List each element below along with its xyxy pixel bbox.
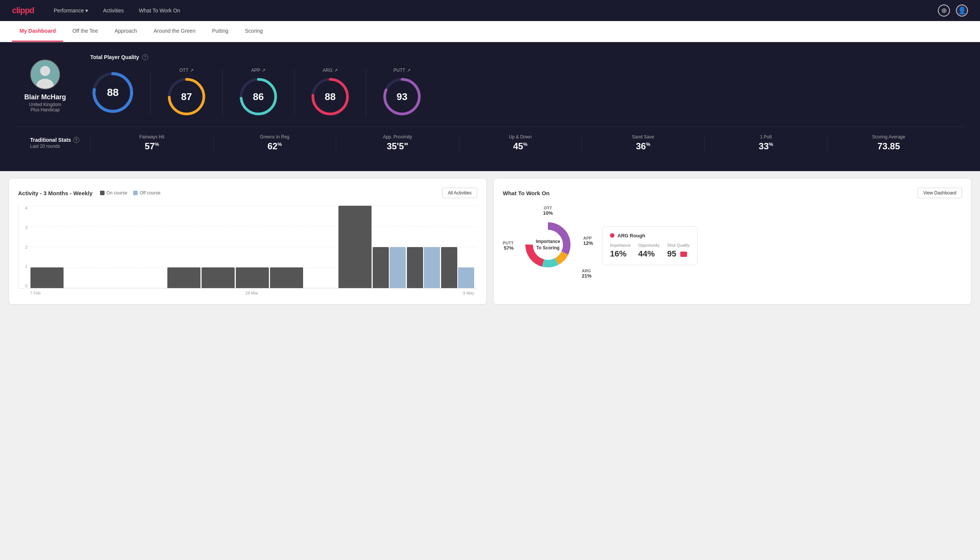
logo: clippd xyxy=(12,6,34,15)
wtwo-body: PUTT 57% OTT 10% APP 12% ARG xyxy=(503,204,962,287)
bar-group xyxy=(133,206,166,288)
donut-chart-wrap: PUTT 57% OTT 10% APP 12% ARG xyxy=(503,204,593,287)
chart-header: Activity - 3 Months - Weekly On course O… xyxy=(18,188,477,198)
all-activities-button[interactable]: All Activities xyxy=(442,188,477,198)
arg-opportunity-metric: Opportunity 44% xyxy=(638,243,660,259)
bar-group xyxy=(407,206,440,288)
putt-label: PUTT 57% xyxy=(503,241,514,251)
tab-putting[interactable]: Putting xyxy=(205,21,236,42)
tab-off-the-tee[interactable]: Off the Tee xyxy=(65,21,105,42)
arrow-up-icon: ↗ xyxy=(190,68,194,73)
what-to-work-on-card: What To Work On View Dashboard PUTT 57% … xyxy=(494,178,971,304)
stat-sand-save: Sand Save 36% xyxy=(581,134,704,152)
tpq-main-score: 88 xyxy=(90,70,151,115)
arg-indicator-dot xyxy=(610,233,614,238)
stat-1-putt: 1 Putt 33% xyxy=(704,134,827,152)
arg-shot-quality-metric: Shot Quality 95 xyxy=(667,243,690,259)
bar-on-course xyxy=(338,206,371,288)
stats-row: Traditional Stats ? Last 20 rounds Fairw… xyxy=(15,127,965,159)
score-app: APP ↗ 86 xyxy=(223,68,294,117)
wtwo-title: What To Work On xyxy=(503,190,549,196)
bar-group xyxy=(65,206,98,288)
help-icon[interactable]: ? xyxy=(142,54,148,60)
svg-text:Importance: Importance xyxy=(536,239,560,244)
stat-scoring-average: Scoring Average 73.85 xyxy=(827,134,950,152)
bar-group xyxy=(167,206,200,288)
arrow-up-icon: ↗ xyxy=(334,68,338,73)
bar-off-course xyxy=(424,247,440,288)
chart-legend: On course Off course xyxy=(100,190,161,195)
nav-right: ⊕ 👤 xyxy=(938,5,968,17)
arrow-up-icon: ↗ xyxy=(407,68,411,73)
nav-activities[interactable]: Activities xyxy=(101,2,125,20)
bar-on-course xyxy=(407,247,423,288)
app-value: 86 xyxy=(253,91,264,103)
stat-app-proximity: App. Proximity 35'5" xyxy=(336,134,459,152)
chevron-down-icon: ▾ xyxy=(85,8,88,13)
bottom-section: Activity - 3 Months - Weekly On course O… xyxy=(0,171,980,312)
x-labels: 7 Feb 28 Mar 9 May xyxy=(18,288,477,295)
scores-row: 88 OTT ↗ 87 xyxy=(90,68,965,117)
bars-container xyxy=(30,206,474,288)
player-info: Blair McHarg United Kingdom Plus Handica… xyxy=(15,59,75,112)
bar-group xyxy=(99,206,132,288)
arg-label: ARG 21% xyxy=(582,268,592,279)
nav-what-to-work-on[interactable]: What To Work On xyxy=(137,2,181,20)
stat-fairways-hit: Fairways Hit 57% xyxy=(90,134,213,152)
view-dashboard-button[interactable]: View Dashboard xyxy=(918,188,962,198)
flag-icon xyxy=(680,252,687,257)
bar-group xyxy=(373,206,406,288)
score-putt: PUTT ↗ 93 xyxy=(366,68,438,117)
ott-label: OTT 10% xyxy=(543,206,553,216)
chart-area: 4 3 2 1 0 xyxy=(18,206,477,288)
tab-my-dashboard[interactable]: My Dashboard xyxy=(12,21,63,42)
putt-value: 93 xyxy=(397,91,408,103)
bar-group xyxy=(236,206,269,288)
tab-approach[interactable]: Approach xyxy=(107,21,145,42)
tab-bar: My Dashboard Off the Tee Approach Around… xyxy=(0,21,980,42)
stat-up-and-down: Up & Down 45% xyxy=(459,134,582,152)
bar-on-course xyxy=(30,267,63,288)
off-course-dot xyxy=(133,191,138,195)
legend-off-course: Off course xyxy=(133,190,160,195)
bar-group xyxy=(441,206,474,288)
stats-label-block: Traditional Stats ? Last 20 rounds xyxy=(30,137,90,149)
bar-group xyxy=(201,206,235,288)
player-handicap: Plus Handicap xyxy=(30,107,60,112)
user-icon: 👤 xyxy=(958,7,966,15)
on-course-dot xyxy=(100,191,105,195)
tpq-circle: 88 xyxy=(90,70,135,115)
arg-metrics: Importance 16% Opportunity 44% Shot Qual… xyxy=(610,243,690,259)
plus-icon: ⊕ xyxy=(941,7,947,15)
tab-around-the-green[interactable]: Around the Green xyxy=(146,21,203,42)
arrow-up-icon: ↗ xyxy=(262,68,266,73)
hero-section: Blair McHarg United Kingdom Plus Handica… xyxy=(0,42,980,171)
tpq-value: 88 xyxy=(107,87,118,98)
bar-on-course xyxy=(236,267,269,288)
bar-group xyxy=(338,206,371,288)
bar-group xyxy=(304,206,337,288)
stats-help-icon[interactable]: ? xyxy=(73,137,79,143)
bar-on-course xyxy=(373,247,389,288)
bar-on-course xyxy=(167,267,200,288)
tpq-label: Total Player Quality xyxy=(90,54,139,60)
app-label: APP 12% xyxy=(583,236,593,246)
avatar xyxy=(30,59,60,90)
chart-title: Activity - 3 Months - Weekly xyxy=(18,190,93,196)
donut-svg: Importance To Scoring xyxy=(522,218,574,271)
tab-scoring[interactable]: Scoring xyxy=(237,21,270,42)
add-button[interactable]: ⊕ xyxy=(938,5,950,17)
stat-greens-in-reg: Greens In Reg 62% xyxy=(213,134,336,152)
player-name: Blair McHarg xyxy=(24,93,66,101)
user-menu-button[interactable]: 👤 xyxy=(956,5,968,17)
arg-value: 88 xyxy=(325,91,336,103)
bar-group xyxy=(270,206,303,288)
svg-point-1 xyxy=(40,66,50,76)
score-arg: ARG ↗ 88 xyxy=(294,68,366,117)
top-nav: clippd Performance ▾ Activities What To … xyxy=(0,0,980,21)
nav-performance[interactable]: Performance ▾ xyxy=(52,2,90,20)
bar-group xyxy=(30,206,63,288)
bar-on-course xyxy=(270,267,303,288)
hero-top: Blair McHarg United Kingdom Plus Handica… xyxy=(15,54,965,117)
wtwo-header: What To Work On View Dashboard xyxy=(503,188,962,198)
